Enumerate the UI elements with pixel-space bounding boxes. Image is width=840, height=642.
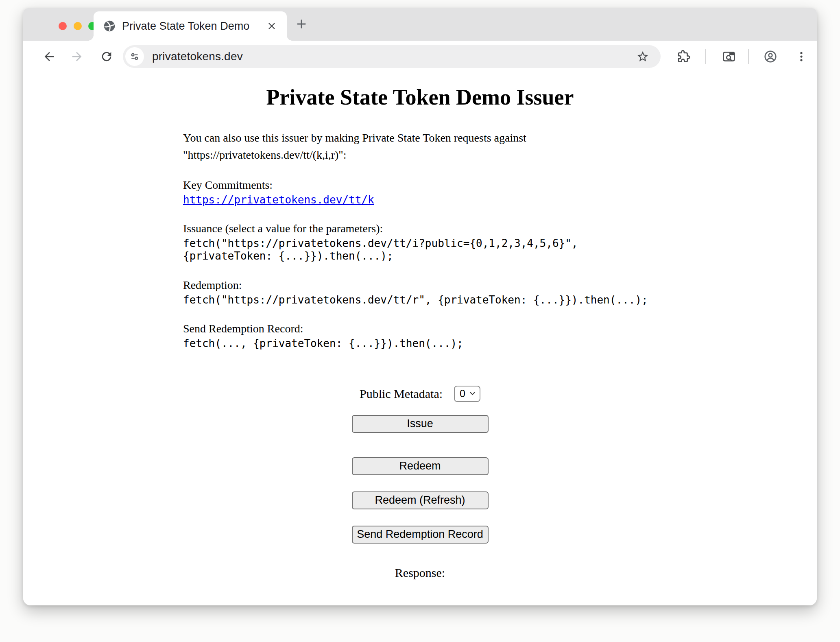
page-title: Private State Token Demo Issuer bbox=[183, 85, 657, 110]
reload-icon[interactable] bbox=[100, 50, 113, 63]
side-panel-search-icon[interactable] bbox=[722, 50, 736, 63]
key-commitments-link[interactable]: https://privatetokens.dev/tt/k bbox=[183, 194, 374, 206]
page-content: Private State Token Demo Issuer You can … bbox=[23, 72, 817, 605]
send-rr-code: fetch(..., {privateToken: {...}}).then(.… bbox=[183, 337, 657, 350]
issuance-code: fetch("https://privatetokens.dev/tt/i?pu… bbox=[183, 237, 657, 262]
redemption-section: Redemption: fetch("https://privatetokens… bbox=[183, 277, 657, 306]
toolbar: privatetokens.dev bbox=[23, 41, 817, 72]
public-metadata-label: Public Metadata: bbox=[360, 387, 443, 401]
redemption-code: fetch("https://privatetokens.dev/tt/r", … bbox=[183, 294, 657, 306]
redemption-label: Redemption: bbox=[183, 277, 657, 294]
forward-icon[interactable] bbox=[70, 50, 84, 63]
issuance-label: Issuance (select a value for the paramet… bbox=[183, 220, 657, 237]
window-minimize-button[interactable] bbox=[74, 22, 82, 30]
browser-tab[interactable]: Private State Token Demo bbox=[94, 11, 287, 41]
send-rr-section: Send Redemption Record: fetch(..., {priv… bbox=[183, 320, 657, 350]
send-redemption-record-button[interactable]: Send Redemption Record bbox=[352, 526, 489, 544]
send-rr-label: Send Redemption Record: bbox=[183, 320, 657, 337]
issue-button[interactable]: Issue bbox=[352, 415, 489, 433]
tab-favicon-globe-icon bbox=[103, 20, 116, 32]
back-icon[interactable] bbox=[42, 50, 56, 63]
tab-strip: Private State Token Demo bbox=[23, 8, 817, 41]
intro-paragraph: You can also use this issuer by making P… bbox=[183, 129, 657, 164]
demo-form: Public Metadata: 0 Issue Redeem Redeem (… bbox=[23, 386, 817, 580]
key-commitments-section: Key Commitments: https://privatetokens.d… bbox=[183, 177, 657, 206]
redeem-refresh-button[interactable]: Redeem (Refresh) bbox=[352, 491, 489, 509]
url-text: privatetokens.dev bbox=[152, 50, 243, 63]
key-commitments-label: Key Commitments: bbox=[183, 177, 657, 194]
tune-icon bbox=[129, 51, 140, 62]
public-metadata-select[interactable]: 0 bbox=[454, 386, 480, 402]
toolbar-divider bbox=[705, 49, 706, 64]
url-bar[interactable]: privatetokens.dev bbox=[123, 45, 661, 68]
extensions-icon[interactable] bbox=[676, 50, 690, 63]
response-label: Response: bbox=[23, 566, 817, 580]
chevron-down-icon bbox=[469, 391, 476, 395]
new-tab-button[interactable] bbox=[295, 17, 308, 31]
browser-window: Private State Token Demo bbox=[23, 8, 817, 605]
tab-title: Private State Token Demo bbox=[122, 20, 266, 33]
profile-icon[interactable] bbox=[764, 50, 777, 63]
window-close-button[interactable] bbox=[59, 22, 67, 30]
tab-close-icon[interactable] bbox=[266, 21, 277, 31]
toolbar-divider bbox=[748, 49, 749, 64]
redeem-button[interactable]: Redeem bbox=[352, 457, 489, 475]
menu-kebab-icon[interactable] bbox=[795, 50, 807, 63]
site-settings-button[interactable] bbox=[125, 47, 144, 66]
bookmark-star-icon[interactable] bbox=[636, 50, 649, 63]
screen: Private State Token Demo bbox=[0, 0, 840, 642]
public-metadata-value: 0 bbox=[460, 388, 465, 400]
issuance-section: Issuance (select a value for the paramet… bbox=[183, 220, 657, 262]
